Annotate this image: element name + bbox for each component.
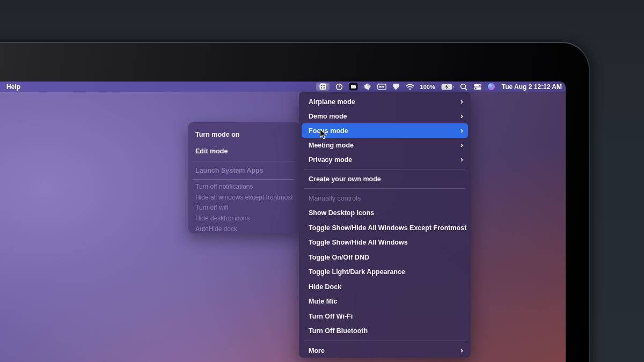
menu-item-turn-mode-on[interactable]: Turn mode on bbox=[188, 127, 299, 142]
menu-separator bbox=[304, 188, 465, 189]
menu-item-turn-off-wifi: Turn off wifi bbox=[188, 203, 299, 213]
files-icon[interactable] bbox=[349, 83, 358, 91]
menu-separator bbox=[193, 161, 295, 161]
chevron-right-icon: › bbox=[460, 346, 463, 354]
menu-item-mute-mic[interactable]: Mute Mic bbox=[299, 294, 471, 309]
menu-item-meeting-mode[interactable]: Meeting mode› bbox=[299, 138, 471, 152]
chevron-right-icon: › bbox=[460, 141, 463, 149]
menu-item-turn-off-notifications: Turn off notifications bbox=[188, 181, 299, 192]
menubar-item-help[interactable]: Help bbox=[6, 83, 20, 91]
menu-separator bbox=[193, 179, 295, 180]
menu-item-hide-desktop-icons: Hide desktop icons bbox=[188, 213, 299, 224]
menu-item-demo-mode[interactable]: Demo mode› bbox=[299, 109, 471, 123]
menubar-status-area: 100% Tue Aug 2 12:12 AM bbox=[316, 82, 562, 92]
menu-item-hide-dock[interactable]: Hide Dock bbox=[299, 279, 471, 294]
app-grid-icon[interactable] bbox=[316, 83, 330, 91]
menubar-clock[interactable]: Tue Aug 2 12:12 AM bbox=[502, 83, 562, 91]
menu-item-show-desktop-icons[interactable]: Show Desktop Icons bbox=[299, 206, 471, 221]
wifi-icon[interactable] bbox=[406, 84, 414, 90]
control-center-icon[interactable] bbox=[473, 84, 482, 90]
flag-icon[interactable] bbox=[392, 83, 400, 91]
menu-bar: Help 100% bbox=[0, 82, 566, 92]
menu-item-create-your-own-mode[interactable]: Create your own mode bbox=[299, 172, 471, 186]
menu-item-launch-system-apps: Launch System Apps bbox=[188, 163, 299, 178]
menu-item-toggle-hide-windows-except-frontmost[interactable]: Toggle Show/Hide All Windows Except Fron… bbox=[299, 220, 471, 235]
power-icon[interactable] bbox=[335, 83, 343, 91]
menu-item-airplane-mode[interactable]: Airplane mode› bbox=[299, 94, 471, 109]
chevron-right-icon: › bbox=[460, 126, 463, 134]
input-source-icon[interactable] bbox=[377, 84, 386, 90]
spotlight-icon[interactable] bbox=[460, 83, 467, 91]
menu-item-toggle-light-dark[interactable]: Toggle Light/Dark Appearance bbox=[299, 265, 471, 280]
menu-item-manually-controls: Manually controls bbox=[299, 191, 471, 206]
chevron-right-icon: › bbox=[460, 155, 463, 163]
menu-item-privacy-mode[interactable]: Privacy mode› bbox=[299, 152, 471, 167]
chevron-right-icon: › bbox=[460, 97, 463, 105]
menu-item-autohide-dock: AutoHide dock bbox=[188, 224, 299, 234]
menu-item-hide-all-windows-except-frontmost: Hide all windows except frontmost bbox=[188, 192, 299, 203]
menu-item-turn-off-wifi[interactable]: Turn Off Wi-Fi bbox=[299, 309, 471, 324]
gem-icon[interactable] bbox=[364, 83, 371, 90]
siri-icon[interactable] bbox=[488, 83, 495, 90]
mouse-cursor bbox=[319, 129, 327, 140]
menu-item-more[interactable]: More› bbox=[299, 343, 471, 358]
menu-separator bbox=[304, 169, 465, 169]
menu-item-toggle-hide-all-windows[interactable]: Toggle Show/Hide All Windows bbox=[299, 235, 471, 250]
battery-percentage: 100% bbox=[420, 84, 435, 90]
chevron-right-icon: › bbox=[460, 112, 463, 120]
menu-separator bbox=[304, 341, 465, 341]
menu-item-toggle-dnd[interactable]: Toggle On/Off DND bbox=[299, 250, 471, 265]
menu-item-edit-mode[interactable]: Edit mode bbox=[188, 144, 299, 158]
battery-charging-icon[interactable] bbox=[441, 84, 454, 90]
mode-actions-submenu: Turn mode on Edit mode Launch System App… bbox=[188, 122, 299, 233]
menu-item-turn-off-bluetooth[interactable]: Turn Off Bluetooth bbox=[299, 324, 471, 339]
